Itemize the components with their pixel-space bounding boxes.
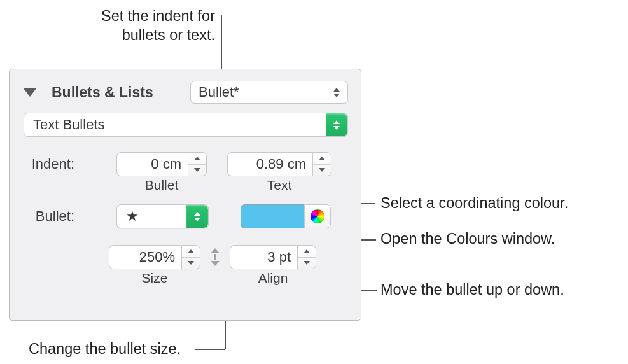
bullet-field-label: Bullet:: [24, 208, 74, 225]
stepper-up[interactable]: [188, 153, 206, 165]
callout-colours-window: Open the Colours window.: [380, 230, 555, 248]
bullet-size-stepper[interactable]: 250%: [109, 245, 200, 269]
bullet-align-stepper[interactable]: 3 pt: [230, 245, 316, 269]
color-wheel-icon: [311, 209, 324, 223]
list-style-popup[interactable]: Bullet*: [190, 81, 348, 104]
stepper-down[interactable]: [182, 258, 200, 269]
text-indent-sublabel: Text: [227, 178, 331, 193]
bullet-glyph-popup[interactable]: ★: [116, 204, 209, 228]
callout-indent: Set the indent for bullets or text.: [72, 6, 215, 45]
stepper-up[interactable]: [298, 246, 316, 258]
text-indent-value[interactable]: 0.89 cm: [227, 152, 312, 176]
bullet-glyph: ★: [126, 208, 139, 225]
stepper-buttons[interactable]: [181, 245, 200, 269]
bullet-type-popup[interactable]: Text Bullets: [24, 113, 348, 137]
bullet-indent-stepper[interactable]: 0 cm: [116, 152, 207, 176]
align-sublabel: Align: [230, 270, 316, 286]
bullet-align-value[interactable]: 3 pt: [230, 245, 297, 269]
color-swatch[interactable]: [241, 204, 304, 228]
vertical-resize-icon: [211, 248, 220, 266]
stepper-down[interactable]: [188, 165, 206, 176]
section-title: Bullets & Lists: [52, 84, 153, 101]
stepper-buttons[interactable]: [188, 152, 207, 176]
stepper-down[interactable]: [313, 165, 331, 176]
stepper-up[interactable]: [182, 246, 200, 258]
indent-label: Indent:: [24, 152, 74, 172]
callout-move-bullet: Move the bullet up or down.: [380, 281, 564, 298]
stepper-up[interactable]: [313, 153, 331, 165]
stepper-buttons[interactable]: [312, 152, 331, 176]
chevrons-icon: [186, 205, 208, 228]
bullet-type-label: Text Bullets: [33, 116, 105, 133]
stepper-buttons[interactable]: [297, 245, 316, 269]
bullet-indent-value[interactable]: 0 cm: [116, 152, 188, 176]
bullet-size-value[interactable]: 250%: [109, 245, 181, 269]
bullets-lists-panel: Bullets & Lists Bullet* Text Bullets Ind…: [9, 69, 361, 321]
callout-line: [195, 349, 225, 350]
chevrons-icon: [333, 88, 340, 97]
colours-window-button[interactable]: [304, 204, 331, 228]
bullet-indent-sublabel: Bullet: [116, 178, 207, 193]
text-indent-stepper[interactable]: 0.89 cm: [227, 152, 331, 176]
bullet-color-well: [241, 204, 331, 228]
callout-bullet-size: Change the bullet size.: [29, 340, 181, 358]
size-sublabel: Size: [109, 270, 200, 286]
callout-coordinating-colour: Select a coordinating colour.: [380, 195, 568, 212]
list-style-label: Bullet*: [199, 84, 331, 101]
disclosure-triangle-icon[interactable]: [24, 88, 36, 97]
stepper-down[interactable]: [298, 258, 316, 269]
chevrons-icon: [326, 113, 347, 136]
